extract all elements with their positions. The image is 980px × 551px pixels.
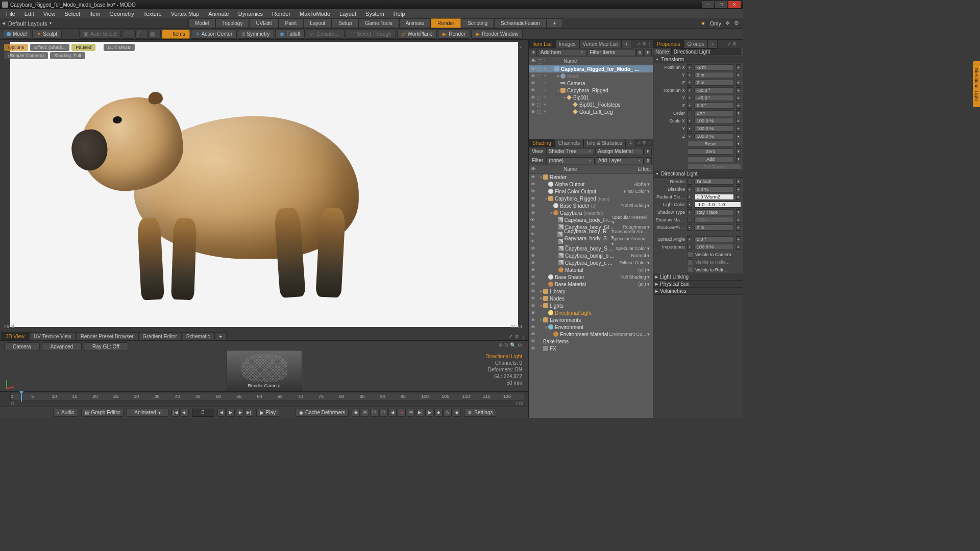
menu-view[interactable]: View [39,10,60,18]
menu-item[interactable]: Item [85,10,104,18]
tab-item-list[interactable]: Item List [529,40,555,48]
menu-file[interactable]: File [2,10,19,18]
shadow-ph[interactable]: 2 m [694,224,734,231]
constrain-tool[interactable]: ◇Constrai... [306,30,345,39]
shading-row[interactable]: 👁▼Lights [529,302,653,309]
key-icon-1[interactable]: ◉ [352,409,360,417]
add-layout-tab[interactable]: + [547,18,563,28]
vertex-mode[interactable]: ⋮ [122,30,134,39]
preview-advanced[interactable]: Advanced [42,342,82,351]
menu-system[interactable]: System [361,10,388,18]
tab-properties[interactable]: Properties [653,40,684,48]
item-name-input[interactable] [671,48,741,55]
step-back-icon[interactable]: ◀ [217,409,226,417]
key-icon-11[interactable]: ◆ [453,409,461,417]
section-light-linking[interactable]: ▶Light Linking [653,273,743,281]
zero-button[interactable]: Zero [687,148,734,155]
radiant-value[interactable]: 1.0 W/srm2 [694,194,734,200]
expand-icon[interactable]: ⤢ [637,41,641,46]
shading-row[interactable]: 👁Alpha OutputAlpha ▾ [529,181,653,188]
layout-tab-render[interactable]: Render [431,18,461,28]
menu-icon[interactable]: ⋮ [521,334,526,339]
rotation-z[interactable]: 0.0 ° [694,103,734,109]
key-icon-10[interactable]: ◇ [444,409,452,417]
layout-tab-setup[interactable]: Setup [332,18,358,28]
minimize-button[interactable]: — [702,1,714,8]
filter-f[interactable]: F [645,49,652,56]
key-icon-6[interactable]: ◎ [407,409,415,417]
key-icon-3[interactable]: ⬚ [370,409,378,417]
more-icon[interactable]: ▸ [520,44,522,49]
menu-layout[interactable]: Layout [335,10,360,18]
dissolve-value[interactable]: 0.0 % [694,186,734,192]
layout-tab-topology[interactable]: Topology [215,18,249,28]
order-dropdown[interactable]: ZXY [694,110,734,116]
shader-tree-dropdown[interactable]: Shader Tree▼ [546,148,595,155]
layout-tab-schematicfusion[interactable]: SchematicFusion [494,18,547,28]
shading-row[interactable]: 👁Base ShaderFull Shading ▾ [529,273,653,281]
visible-refr-check[interactable] [687,267,693,273]
shading-row[interactable]: 👁Capybara_bump_b ...Normal ▾ [529,252,653,259]
shading-tree[interactable]: 👁▼Render👁Alpha OutputAlpha ▾👁Final Color… [529,173,653,418]
visible-camera-check[interactable] [687,252,693,258]
menu-dynamics[interactable]: Dynamics [234,10,267,18]
shading-row[interactable]: 👁▶Library [529,288,653,295]
edge-mode[interactable]: ╱ [135,30,148,39]
transform-header[interactable]: ▼Transform [653,56,743,63]
shading-row[interactable]: 👁▶Nodes [529,295,653,302]
rotation-y[interactable]: -45.0 ° [694,95,734,101]
layout-tab-scripting[interactable]: Scripting [461,18,494,28]
importance-value[interactable]: 100.0 % [694,244,734,250]
shading-row[interactable]: 👁Directional Light [529,309,653,316]
layout-tab-model[interactable]: Model [188,18,215,28]
menu-maxtomodo[interactable]: MaxToModo [296,10,334,18]
render-mode[interactable]: Default [694,179,734,185]
graph-button[interactable]: ▤ Graph Editor [81,409,124,417]
key-icon-4[interactable]: ⬚ [379,409,387,417]
gear-icon[interactable]: ⚙ [642,140,646,145]
item-row[interactable]: 👁⬚+▼Capybara_Rigged [529,87,653,94]
gear-icon[interactable]: ⚙ [732,41,737,46]
item-row[interactable]: 👁⬚+Bip001_Footsteps [529,101,653,108]
key-icon-5[interactable]: ◀ [388,409,397,417]
timeline[interactable]: 0510152025303540455055606570758085909510… [0,391,528,407]
favorite-icon[interactable]: ★ [701,20,705,26]
new-item-icon[interactable]: ✳ [530,49,537,56]
view-tab-gradient-editor[interactable]: Gradient Editor [138,332,182,341]
menu-animate[interactable]: Animate [204,10,233,18]
item-row[interactable]: 👁⬚+Camera [529,80,653,87]
position-y[interactable]: 2 m [694,72,734,78]
tab-shading[interactable]: Shading [529,139,555,147]
filter-items-dropdown[interactable]: Filter Items [587,49,636,56]
scale-z[interactable]: 100.0 % [694,133,734,139]
layout-tab-uvedit[interactable]: UVEdit [249,18,278,28]
shading-row[interactable]: 👁Bake Items [529,338,653,345]
falloff-tool[interactable]: ◉Falloff [275,30,305,39]
visible-refl-check[interactable] [687,259,693,265]
preview-pan-icon[interactable]: ✥ [499,342,503,348]
shading-row[interactable]: 👁Capybara_body_S ...Specular Color ▾ [529,245,653,252]
symmetry-tool[interactable]: ⦀Symmetry [238,30,274,39]
preview-camera[interactable]: Camera [4,342,40,351]
menu-texture[interactable]: Texture [139,10,166,18]
spread-angle[interactable]: 0.0 ° [694,236,734,242]
next-key-icon[interactable]: |▶ [236,409,244,417]
shading-row[interactable]: 👁Material(all) ▾ [529,266,653,273]
shading-row[interactable]: 👁Final Color OutputFinal Color ▾ [529,188,653,195]
add-tab[interactable]: + [707,40,718,48]
key-icon-7[interactable]: ▶| [416,409,424,417]
scale-x[interactable]: 100.0 % [694,118,734,124]
add-tab[interactable]: + [626,139,636,147]
add-view-tab[interactable]: + [215,332,227,341]
tab-info---statistics[interactable]: Info & Statistics [583,139,626,147]
view-tab-3d-view[interactable]: 3D View [1,332,29,340]
reset-button[interactable]: Reset [687,141,734,147]
light-header[interactable]: ▼Directional Light [653,170,743,178]
layout-gear-icon[interactable]: ⚙ [734,20,739,27]
rotation-x[interactable]: -30.0 ° [694,87,734,93]
animated-dropdown[interactable]: Animated ▾ [127,409,168,417]
playhead[interactable] [21,393,22,402]
menu-edit[interactable]: Edit [20,10,38,18]
only-label[interactable]: Only [709,20,721,27]
item-row[interactable]: 👁⬚+▼Bip001 [529,94,653,101]
